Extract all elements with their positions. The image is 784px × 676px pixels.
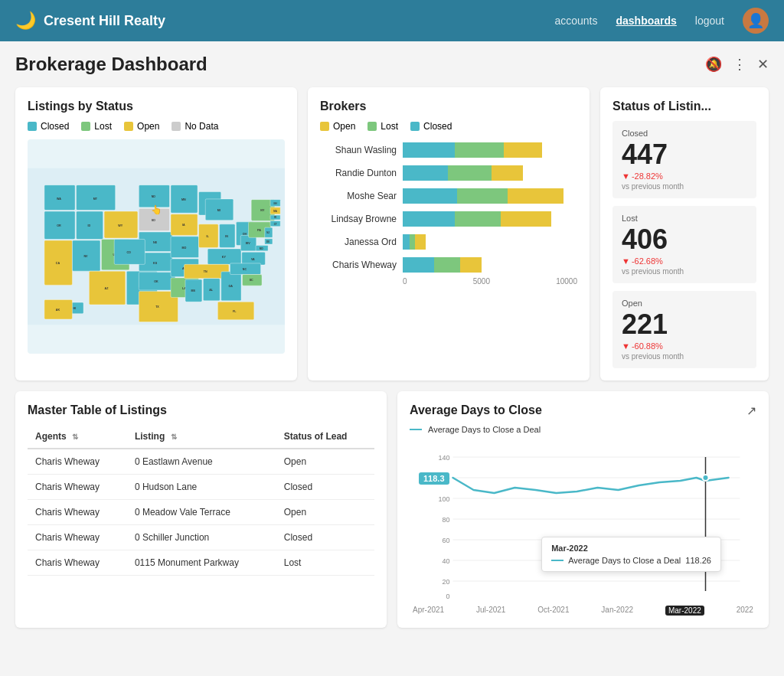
x-label-2022: 2022 (737, 606, 753, 616)
svg-text:40: 40 (442, 557, 449, 565)
svg-rect-62 (221, 272, 241, 301)
broker-legend-closed: Closed (410, 121, 452, 132)
logo: 🌙 Cresent Hill Realty (15, 11, 554, 31)
col-agents[interactable]: Agents ⇅ (28, 425, 127, 449)
status-item-number: 447 (622, 141, 747, 168)
svg-rect-34 (171, 185, 198, 214)
legend-lost-label: Lost (94, 121, 112, 132)
svg-rect-60 (203, 279, 220, 301)
svg-rect-4 (44, 240, 73, 285)
cell-agent: Charis Wheway (28, 449, 127, 475)
svg-rect-10 (72, 240, 100, 271)
broker-legend-lost-label: Lost (381, 121, 398, 132)
broker-name: Shaun Wasling (320, 145, 397, 155)
status-item: Closed 447 ▼-28.82% vs previous month (612, 121, 756, 198)
more-icon[interactable]: ⋮ (733, 56, 746, 73)
header-nav: accounts dashboards logout 👤 (554, 8, 769, 34)
status-item-change: ▼-60.88% (622, 341, 747, 351)
status-item-vs: vs previous month (622, 182, 747, 191)
nav-accounts[interactable]: accounts (554, 15, 597, 27)
x-label-mar2022: Mar-2022 (665, 606, 704, 616)
status-item-label: Lost (622, 214, 747, 223)
svg-rect-50 (220, 224, 235, 248)
legend-nodata-dot (172, 122, 181, 131)
table-row[interactable]: Charis Wheway 0 Eastlawn Avenue Open (28, 449, 374, 475)
tooltip-popup-val: Average Days to Close a Deal 118.26 (551, 556, 711, 565)
svg-rect-86 (265, 227, 273, 237)
bar-lost (448, 165, 492, 181)
broker-chart-axis: 0 5000 10000 (403, 277, 577, 286)
bar-closed (403, 165, 448, 181)
broker-legend-lost: Lost (368, 121, 398, 132)
bar-lost (455, 211, 500, 227)
bar-open (492, 165, 523, 181)
bar-open (504, 142, 542, 158)
table-row[interactable]: Charis Wheway 0 Schiller Junction Closed (28, 525, 374, 550)
legend-nodata: No Data (172, 121, 218, 132)
nav-logout[interactable]: logout (695, 15, 724, 27)
broker-row: Lindsay Browne (320, 211, 577, 227)
cell-status: Open (276, 500, 374, 525)
expand-icon[interactable]: ↗ (746, 403, 756, 418)
svg-rect-8 (77, 211, 103, 240)
cell-listing: 0115 Monument Parkway (127, 550, 276, 576)
table-row[interactable]: Charis Wheway 0 Meadow Vale Terrace Open (28, 500, 374, 525)
chart-legend-label: Average Days to Close a Deal (428, 425, 541, 434)
status-items: Closed 447 ▼-28.82% vs previous month Lo… (612, 121, 756, 368)
legend-lost: Lost (81, 121, 112, 132)
bar-open (460, 257, 481, 273)
broker-legend-open-dot (320, 122, 329, 131)
down-arrow-icon: ▼ (622, 341, 630, 351)
title-actions: 🔕 ⋮ ✕ (705, 56, 769, 73)
svg-rect-90 (256, 246, 268, 251)
broker-name: Moshe Sear (320, 191, 397, 201)
map-legend: Closed Lost Open No Data (28, 121, 285, 132)
chart-legend: Average Days to Close a Deal (410, 425, 542, 434)
page-title-row: Brokerage Dashboard 🔕 ⋮ ✕ (15, 54, 769, 75)
svg-text:👆: 👆 (151, 204, 162, 215)
close-icon[interactable]: ✕ (757, 56, 769, 73)
brokers-card: Brokers Open Lost Closed Shaun WaslingRa… (308, 87, 590, 380)
bar-lost (410, 234, 415, 250)
svg-rect-16 (89, 271, 125, 305)
us-map-container[interactable]: WA OR CA MT ID NV (28, 139, 285, 354)
chart-title: Average Days to Close (410, 403, 542, 417)
tooltip-series-value: 118.26 (685, 556, 711, 565)
state-WA (44, 185, 75, 211)
avatar[interactable]: 👤 (743, 8, 769, 34)
status-item: Lost 406 ▼-62.68% vs previous month (612, 206, 756, 283)
svg-rect-84 (270, 220, 280, 226)
status-item-vs: vs previous month (622, 267, 747, 276)
cell-status: Closed (276, 475, 374, 500)
tooltip-line-dot (551, 560, 564, 561)
svg-rect-68 (242, 252, 266, 265)
bar-lost (457, 188, 508, 204)
avg-days-card: Average Days to Close Average Days to Cl… (397, 391, 769, 628)
svg-rect-38 (171, 237, 199, 258)
table-card-title: Master Table of Listings (28, 403, 374, 417)
svg-rect-2 (44, 211, 75, 240)
cell-status: Closed (276, 525, 374, 550)
header: 🌙 Cresent Hill Realty accounts dashboard… (0, 0, 784, 41)
legend-closed-label: Closed (41, 121, 69, 132)
table-row[interactable]: Charis Wheway 0115 Monument Parkway Lost (28, 550, 374, 576)
map-card-title: Listings by Status (28, 100, 285, 113)
nav-dashboards[interactable]: dashboards (616, 15, 676, 27)
svg-rect-36 (171, 214, 198, 236)
tooltip-value: 118.3 (419, 472, 449, 485)
line-chart-container: 140 120 100 80 60 40 20 0 (410, 449, 756, 603)
legend-open: Open (124, 121, 159, 132)
table-row[interactable]: Charis Wheway 0 Hudson Lane Closed (28, 475, 374, 500)
status-item-number: 221 (622, 311, 747, 338)
svg-rect-46 (205, 199, 234, 220)
cell-listing: 0 Eastlawn Avenue (127, 449, 276, 475)
tooltip-popup: Mar-2022 Average Days to Close a Deal 11… (541, 537, 721, 572)
legend-lost-dot (81, 122, 90, 131)
filter-icon[interactable]: 🔕 (705, 56, 722, 73)
col-status[interactable]: Status of Lead (276, 425, 374, 449)
col-listing[interactable]: Listing ⇅ (127, 425, 276, 449)
bar-closed (403, 188, 457, 204)
legend-open-dot (124, 122, 133, 131)
table-header-row: Agents ⇅ Listing ⇅ Status of Lead (28, 425, 374, 449)
legend-closed-dot (28, 122, 37, 131)
